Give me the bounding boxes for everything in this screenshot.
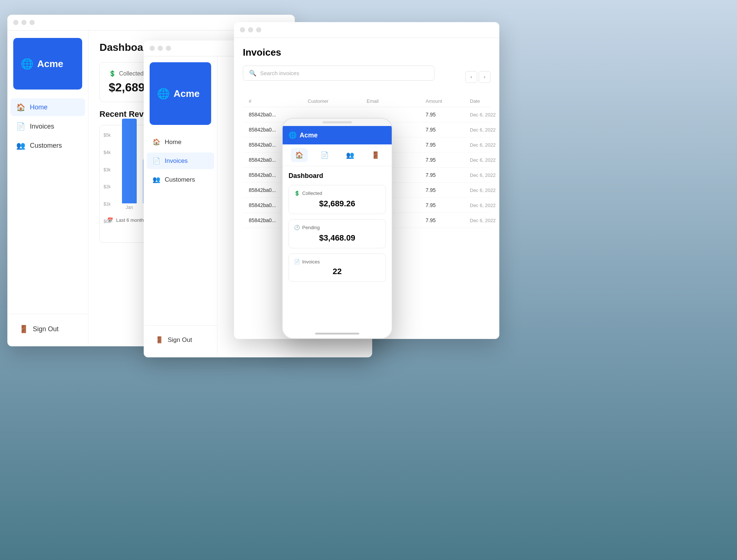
customers-icon-1: 👥 [16, 141, 25, 150]
customers-label-1: Customers [30, 142, 62, 150]
home-icon-1: 🏠 [16, 103, 25, 112]
row-amount: 7.95 [426, 217, 470, 223]
nav-home-2[interactable]: 🏠 Home [147, 134, 214, 150]
search-row: 🔍 Search invoices ‹ › [243, 66, 490, 88]
home-icon-2: 🏠 [153, 138, 160, 146]
phone-invoices-value: 22 [294, 267, 380, 276]
dot-green [29, 20, 35, 25]
phone-nav-home[interactable]: 🏠 [291, 148, 308, 162]
row-amount: 7.95 [426, 142, 470, 148]
row-amount: 7.95 [426, 187, 470, 193]
mobile-phone: 🌐 Acme 🏠 📄 👥 🚪 Dashboard 💲 Collected $2,… [282, 118, 392, 339]
globe-icon: 🌐 [21, 58, 34, 70]
row-date: Dec 6, 2022 [470, 112, 507, 118]
dot-green-3 [256, 27, 261, 32]
row-amount: 7.95 [426, 127, 470, 133]
chart-y-labels: $5k $4k $3k $2k $1k $0k [104, 133, 111, 224]
dot-red [13, 20, 18, 25]
chart-bar-jan: Jan [122, 119, 137, 210]
dot-yellow-2 [158, 46, 163, 51]
notch-bar [322, 121, 352, 123]
sign-out-2[interactable]: 🚪 Sign Out [150, 332, 211, 348]
sidebar-bottom-2: 🚪 Sign Out [144, 325, 217, 356]
sign-out-icon-2: 🚪 [156, 336, 163, 344]
customers-icon-2: 👥 [153, 176, 160, 183]
collected-icon: 💲 [109, 70, 116, 77]
customers-label-2: Customers [165, 176, 195, 183]
phone-pending-label: 🕐 Pending [294, 225, 380, 230]
nav-customers-2[interactable]: 👥 Customers [147, 171, 214, 188]
search-placeholder: Search invoices [260, 70, 299, 76]
col-amount: Amount [426, 98, 470, 104]
sidebar-item-customers-1[interactable]: 👥 Customers [10, 137, 85, 154]
dot-yellow-3 [248, 27, 253, 32]
phone-nav-invoices[interactable]: 📄 [316, 148, 333, 162]
next-button[interactable]: › [479, 71, 490, 83]
row-date: Dec 6, 2022 [470, 203, 507, 208]
phone-collected-card: 💲 Collected $2,689.26 [289, 185, 386, 214]
dot-yellow [21, 20, 27, 25]
row-date: Dec 6, 2022 [470, 127, 507, 133]
sign-out-label-1: Sign Out [33, 325, 59, 333]
phone-invoices-icon: 📄 [294, 259, 300, 265]
row-date: Dec 6, 2022 [470, 157, 507, 163]
sidebar-nav-1: 🏠 Home 📄 Invoices 👥 Customers [7, 95, 88, 314]
phone-pending-value: $3,468.09 [294, 233, 380, 243]
row-amount: 7.95 [426, 172, 470, 178]
sidebar-item-invoices-1[interactable]: 📄 Invoices [10, 118, 85, 135]
phone-pending-icon: 🕐 [294, 225, 300, 230]
phone-collected-label: 💲 Collected [294, 190, 380, 196]
row-id: 85842ba0... [249, 112, 308, 118]
phone-bottom-bar [315, 333, 359, 335]
row-amount: 7.95 [426, 157, 470, 163]
row-date: Dec 6, 2022 [470, 142, 507, 148]
phone-notch [283, 119, 392, 126]
sidebar-bottom-1: 🚪 Sign Out [7, 314, 88, 345]
phone-collected-icon: 💲 [294, 190, 300, 196]
search-icon: 🔍 [249, 70, 256, 77]
invoices-title: Invoices [243, 47, 490, 58]
col-customer: Customer [308, 98, 367, 104]
phone-dashboard-title: Dashboard [289, 172, 386, 180]
phone-nav: 🏠 📄 👥 🚪 [283, 144, 392, 166]
home-label-1: Home [30, 104, 48, 111]
invoices-icon-1: 📄 [16, 122, 25, 131]
nav-2: 🏠 Home 📄 Invoices 👥 Customers [144, 131, 217, 325]
bar-label-jan: Jan [126, 205, 133, 210]
phone-globe-icon: 🌐 [289, 131, 297, 139]
col-date: Date [470, 98, 507, 104]
app-name-2: Acme [174, 88, 200, 99]
sidebar-item-home-1[interactable]: 🏠 Home [10, 98, 85, 116]
row-date: Dec 6, 2022 [470, 172, 507, 178]
phone-nav-signout[interactable]: 🚪 [367, 148, 384, 162]
phone-invoices-label: 📄 Invoices [294, 259, 380, 265]
search-bar[interactable]: 🔍 Search invoices [243, 66, 434, 81]
nav-invoices-2[interactable]: 📄 Invoices [147, 153, 214, 169]
logo-1: 🌐 Acme [13, 38, 82, 90]
bar-jan [122, 119, 137, 203]
col-id: # [249, 98, 308, 104]
phone-invoices-card: 📄 Invoices 22 [289, 253, 386, 282]
dot-green-2 [166, 46, 171, 51]
sidebar-2: 🌐 Acme 🏠 Home 📄 Invoices 👥 Customers [144, 56, 217, 356]
sidebar-1: 🌐 Acme 🏠 Home 📄 Invoices 👥 Customers [7, 31, 88, 345]
invoices-icon-2: 📄 [153, 157, 160, 165]
table-header: # Customer Email Amount Date [243, 95, 490, 107]
phone-pending-card: 🕐 Pending $3,468.09 [289, 219, 386, 248]
row-amount: 7.95 [426, 202, 470, 208]
phone-header: 🌐 Acme [283, 126, 392, 144]
dot-red-3 [240, 27, 245, 32]
logo-2: 🌐 Acme [150, 62, 211, 125]
app-name-1: Acme [37, 58, 63, 70]
phone-nav-customers[interactable]: 👥 [342, 148, 359, 162]
sign-out-icon-1: 🚪 [19, 325, 28, 333]
pagination-buttons: ‹ › [465, 71, 490, 83]
row-date: Dec 6, 2022 [470, 188, 507, 193]
sign-out-1[interactable]: 🚪 Sign Out [13, 320, 82, 338]
home-label-2: Home [165, 139, 181, 146]
phone-collected-value: $2,689.26 [294, 199, 380, 209]
row-amount: 7.95 [426, 112, 470, 118]
titlebar-3 [234, 22, 499, 38]
prev-button[interactable]: ‹ [465, 71, 477, 83]
sign-out-label-2: Sign Out [168, 336, 192, 344]
